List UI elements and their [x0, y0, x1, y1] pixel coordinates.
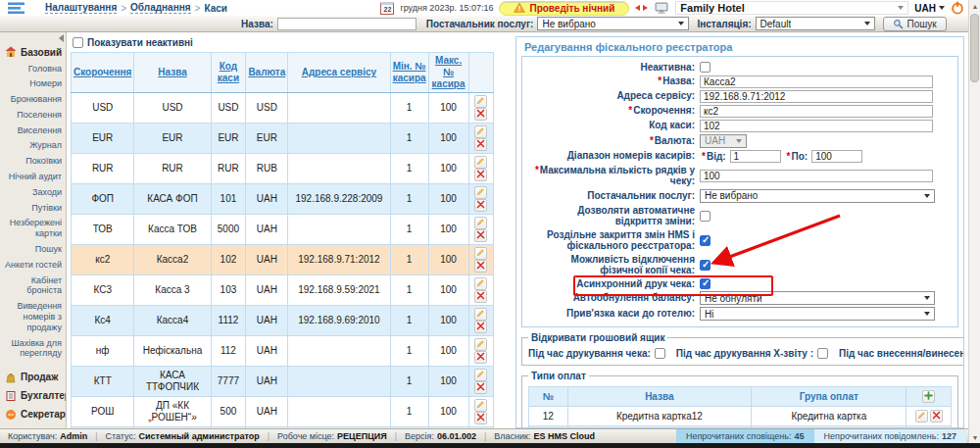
delete-button[interactable]	[474, 229, 487, 242]
table-row[interactable]: RURRURRURRUB1100	[72, 154, 494, 184]
menu-icon[interactable]	[8, 2, 25, 15]
vertical-scrollbar[interactable]	[968, 0, 980, 443]
edit-button[interactable]	[474, 156, 487, 169]
cash-code-input[interactable]	[700, 120, 933, 132]
cashier-range-to-input[interactable]	[811, 150, 862, 163]
separate-closing-checkbox[interactable]	[700, 235, 710, 246]
service-address-input[interactable]	[700, 90, 933, 103]
table-row[interactable]: кс2Касса2102UAH192.168.9.71:20121100	[72, 245, 494, 275]
installation-filter-select[interactable]: Default	[756, 17, 875, 30]
hotel-select[interactable]: Family Hotel	[675, 1, 908, 15]
column-sort-link[interactable]: Макс. № касира	[432, 55, 466, 89]
show-inactive-checkbox[interactable]	[73, 37, 83, 48]
table-row[interactable]: USDUSDUSDUSD1100	[72, 93, 494, 124]
sidebar-item[interactable]: Поселення	[0, 107, 66, 123]
sidebar-group[interactable]: Базовий	[0, 42, 66, 61]
edit-button[interactable]	[915, 410, 928, 423]
edit-button[interactable]	[474, 338, 487, 351]
edit-button[interactable]	[474, 247, 487, 260]
sidebar-collapse-icon[interactable]	[59, 34, 64, 42]
drawer-option-checkbox[interactable]	[655, 348, 665, 359]
disable-physical-copy-checkbox[interactable]	[700, 260, 710, 271]
calendar-icon[interactable]: 22	[380, 2, 394, 15]
column-sort-link[interactable]: Скорочення	[74, 67, 131, 77]
edit-button[interactable]	[474, 277, 487, 290]
search-button[interactable]: Пошук	[883, 17, 947, 31]
delete-button[interactable]	[474, 381, 487, 394]
sidebar-item[interactable]: Покоївки	[0, 154, 66, 170]
sidebar-item[interactable]: Заходи	[0, 184, 66, 200]
sidebar-item[interactable]: Головна	[0, 61, 66, 76]
sidebar-item[interactable]: Бронювання	[0, 92, 66, 108]
delete-button[interactable]	[474, 351, 487, 364]
table-row[interactable]: EUREUREUREUR1100	[72, 124, 494, 154]
max-lines-input[interactable]	[700, 170, 933, 182]
sidebar-item[interactable]: Анкети гостей	[0, 257, 66, 273]
edit-button[interactable]	[474, 186, 487, 199]
delete-button[interactable]	[474, 108, 487, 121]
delete-button[interactable]	[474, 321, 487, 333]
sidebar-group[interactable]: Бухгалтерія	[0, 386, 66, 405]
unread-messages-badge[interactable]: Непрочитаних повідомлень:127	[814, 429, 966, 443]
sidebar-item[interactable]: Виселення	[0, 123, 66, 138]
sidebar-item[interactable]: Путівки	[0, 200, 66, 216]
table-row[interactable]: ФОПКАСА ФОП101UAH192.168.9.228:20091100	[72, 184, 494, 215]
sidebar-item[interactable]: Номери	[0, 76, 66, 92]
delete-button[interactable]	[474, 199, 487, 212]
delete-button[interactable]	[474, 290, 487, 303]
table-row[interactable]: РОШДП «КК „РОШЕН“»500UAH1100	[72, 397, 494, 427]
provider-filter-select[interactable]: Не вибрано	[537, 17, 689, 30]
table-row[interactable]: нфНефіскальна112UAH1100	[72, 336, 494, 367]
async-print-checkbox[interactable]	[700, 278, 710, 289]
payment-type-row[interactable]: 12Кредитна картка12Кредитна картка	[529, 407, 952, 426]
scrollbar-thumb[interactable]	[970, 14, 979, 82]
cashier-range-from-input[interactable]	[730, 150, 781, 163]
column-sort-link[interactable]: Валюта	[248, 67, 285, 77]
edit-button[interactable]	[474, 95, 487, 108]
sidebar-group[interactable]: Секретар	[0, 405, 66, 423]
night-audit-button[interactable]: Проведіть нічний	[499, 1, 629, 16]
name-input[interactable]	[700, 75, 933, 88]
unread-alerts-badge[interactable]: Непрочитаних сповіщень:45	[676, 429, 814, 443]
auto-reset-balance-select[interactable]: Не обнуляти	[700, 291, 935, 305]
breadcrumb-settings[interactable]: Налаштування	[45, 2, 117, 14]
add-button[interactable]	[922, 390, 935, 403]
currency-select[interactable]: UAH	[700, 134, 747, 148]
scroll-down-icon[interactable]	[969, 431, 980, 443]
sidebar-item[interactable]: Журнал	[0, 138, 66, 154]
workstation-icon[interactable]	[654, 2, 669, 15]
column-sort-link[interactable]: Назва	[158, 67, 186, 77]
edit-button[interactable]	[474, 125, 487, 138]
sidebar-item[interactable]: Шахівка для перегляду	[0, 335, 66, 362]
delete-button[interactable]	[474, 138, 487, 151]
sidebar-item[interactable]: Пошук	[0, 242, 66, 258]
provider-select[interactable]: Не вибрано	[700, 189, 935, 203]
delete-button[interactable]	[474, 169, 487, 181]
name-filter-input[interactable]	[277, 18, 416, 30]
sidebar-item[interactable]: Незбережені картки	[0, 216, 66, 242]
column-sort-link[interactable]: Адреса сервісу	[302, 67, 376, 77]
sidebar-item[interactable]: Кабінет броніста	[0, 273, 66, 299]
edit-button[interactable]	[474, 308, 487, 321]
inactive-checkbox[interactable]	[700, 62, 710, 73]
breadcrumb-equipment[interactable]: Обладнання	[130, 2, 190, 14]
table-row[interactable]: Кс4Касса41112UAH192.168.9.69:20101100	[72, 306, 494, 336]
currency-select[interactable]: UAH	[914, 3, 945, 14]
column-sort-link[interactable]: Код каси	[218, 61, 239, 83]
delete-button[interactable]	[930, 410, 943, 423]
table-row[interactable]: КТТКАСА ТТФОПЧИК7777UAH1100	[72, 367, 494, 397]
delete-button[interactable]	[474, 260, 487, 273]
resize-arrows-icon[interactable]	[635, 4, 648, 12]
delete-button[interactable]	[474, 412, 487, 424]
edit-button[interactable]	[474, 217, 487, 229]
edit-button[interactable]	[474, 369, 487, 381]
sidebar-item[interactable]: Виведення номерів з продажу	[0, 299, 66, 335]
power-icon[interactable]	[951, 1, 964, 15]
abbreviation-input[interactable]	[700, 105, 933, 118]
sidebar-item[interactable]: Нічний аудит	[0, 170, 66, 185]
edit-button[interactable]	[474, 399, 487, 412]
table-row[interactable]: КС3Касса 3103UAH192.168.9.59:20211100	[72, 275, 494, 306]
scroll-up-icon[interactable]	[969, 0, 980, 12]
hotel-binding-select[interactable]: Ні	[700, 307, 935, 321]
table-row[interactable]: ТОВКасса ТОВ5000UAH1100	[72, 215, 494, 245]
